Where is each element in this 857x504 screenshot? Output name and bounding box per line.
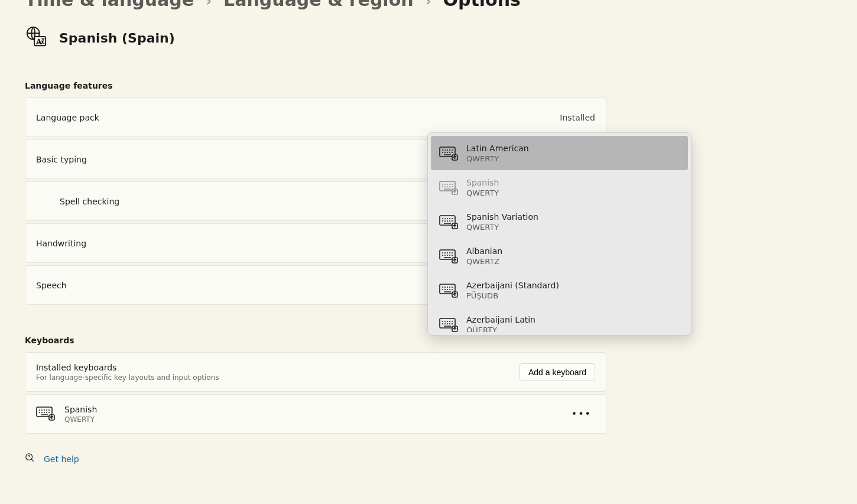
keyboard-option-layout: QWERTY [466, 223, 538, 232]
keyboard-option[interactable]: Spanish Variation QWERTY [431, 204, 688, 239]
section-label-features: Language features [25, 81, 650, 90]
feature-label: Language pack [36, 113, 560, 122]
keyboard-option-name: Spanish [466, 178, 499, 187]
feature-status: Installed [560, 113, 595, 122]
keyboard-icon [36, 405, 55, 423]
keyboard-option-layout: QWERTZ [466, 257, 502, 266]
installed-keyboards-subtitle: For language-specific key layouts and in… [36, 373, 520, 382]
breadcrumb-separator: › [426, 0, 431, 9]
keyboard-option-layout: QWERTY [466, 188, 499, 197]
keyboard-option-layout: QÜERTY [466, 326, 535, 333]
keyboard-icon [439, 317, 458, 332]
breadcrumb-level1[interactable]: Time & language [25, 0, 194, 10]
keyboard-option: Spanish QWERTY [431, 170, 688, 204]
keyboard-layout: QWERTY [64, 415, 568, 424]
keyboard-option[interactable]: Albanian QWERTZ [431, 239, 688, 273]
keyboard-option-name: Albanian [466, 246, 502, 256]
get-help-link[interactable]: Get help [44, 454, 79, 464]
language-header: Spanish (Spain) [25, 25, 650, 50]
help-row: Get help [25, 453, 650, 465]
keyboard-icon [439, 145, 458, 161]
keyboard-option-layout: PÜŞUDB [466, 291, 559, 300]
section-label-keyboards: Keyboards [25, 336, 650, 345]
globe-language-icon [25, 25, 47, 50]
help-icon [25, 453, 35, 465]
keyboard-option[interactable]: Azerbaijani (Standard) PÜŞUDB [431, 273, 688, 307]
flyout-scrollbar[interactable] [683, 139, 686, 163]
keyboard-option-name: Spanish Variation [466, 212, 538, 222]
breadcrumb-current: Options [443, 0, 521, 10]
keyboard-option[interactable]: Azerbaijani Latin QÜERTY [431, 307, 688, 332]
keyboard-option-layout: QWERTY [466, 154, 529, 163]
keyboard-icon [439, 214, 458, 229]
keyboard-icon [439, 180, 458, 195]
keyboard-icon [439, 248, 458, 264]
breadcrumb: Time & language › Language & region › Op… [25, 0, 650, 10]
breadcrumb-separator: › [206, 0, 212, 9]
keyboard-option-name: Azerbaijani Latin [466, 315, 535, 324]
keyboard-name: Spanish [64, 405, 568, 414]
installed-keyboards-row: Installed keyboards For language-specifi… [25, 352, 606, 392]
breadcrumb-level2[interactable]: Language & region [223, 0, 414, 10]
feature-row-language-pack[interactable]: Language pack Installed [25, 97, 606, 137]
keyboard-row[interactable]: Spanish QWERTY ••• [25, 394, 606, 434]
installed-keyboards-title: Installed keyboards [36, 363, 520, 372]
keyboard-option[interactable]: Latin American QWERTY [431, 136, 688, 170]
keyboard-option-name: Azerbaijani (Standard) [466, 281, 559, 290]
keyboard-option-name: Latin American [466, 144, 529, 153]
add-keyboard-flyout: Latin American QWERTY Spanish QWERTY Spa… [427, 132, 692, 336]
add-keyboard-button[interactable]: Add a keyboard [520, 363, 595, 381]
keyboard-more-button[interactable]: ••• [568, 406, 595, 422]
page-title: Spanish (Spain) [59, 31, 175, 45]
keyboard-icon [439, 282, 458, 298]
